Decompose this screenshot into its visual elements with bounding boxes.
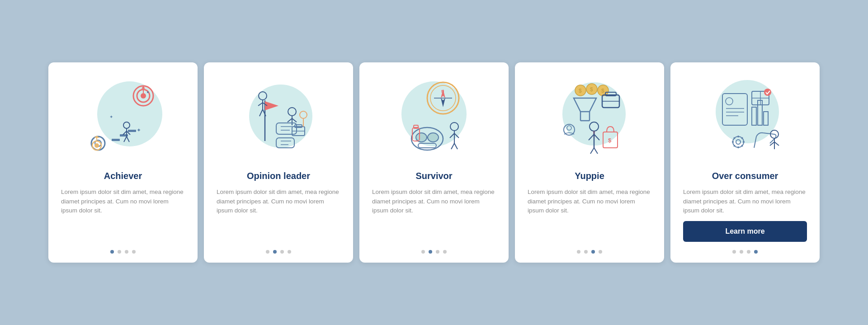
opinion-leader-text: Lorem ipsum dolor sit dim amet, mea regi… <box>217 188 340 242</box>
survivor-text: Lorem ipsum dolor sit dim amet, mea regi… <box>372 188 496 242</box>
dot-4 <box>132 250 136 254</box>
card-yuppie: $ $ $ <box>515 62 664 263</box>
cards-container: ✦ ✦ Achiever Lorem ipsum dolor sit dim a… <box>48 62 820 263</box>
survivor-illustration: N <box>389 73 479 164</box>
achiever-dots <box>110 250 136 254</box>
card-achiever: ✦ ✦ Achiever Lorem ipsum dolor sit dim a… <box>48 62 198 263</box>
dot-4 <box>288 250 291 254</box>
over-consumer-illustration <box>700 73 790 164</box>
svg-rect-13 <box>112 139 120 141</box>
card-opinion-leader: Opinion leader Lorem ipsum dolor sit dim… <box>204 62 353 263</box>
svg-point-105 <box>764 89 771 96</box>
dot-3 <box>591 250 595 254</box>
dot-3 <box>436 250 439 254</box>
svg-text:✦: ✦ <box>109 114 113 119</box>
svg-line-66 <box>451 143 454 149</box>
survivor-dots <box>421 250 447 254</box>
opinion-leader-title: Opinion leader <box>247 171 310 181</box>
dot-3 <box>747 250 750 254</box>
svg-text:$: $ <box>590 86 593 93</box>
dot-1 <box>732 250 736 254</box>
card-over-consumer: Over consumer Lorem ipsum dolor sit dim … <box>670 62 820 263</box>
dot-3 <box>125 250 128 254</box>
over-consumer-title: Over consumer <box>712 171 778 181</box>
svg-text:N: N <box>441 89 444 94</box>
dot-2 <box>584 250 588 254</box>
dot-3 <box>280 250 284 254</box>
yuppie-title: Yuppie <box>575 171 604 181</box>
dot-2 <box>273 250 277 254</box>
svg-line-90 <box>594 148 598 154</box>
dot-2 <box>429 250 432 254</box>
svg-rect-15 <box>128 130 136 132</box>
yuppie-illustration: $ $ $ <box>544 73 635 164</box>
opinion-leader-illustration <box>233 73 324 164</box>
svg-point-3 <box>141 93 146 99</box>
svg-line-67 <box>454 143 458 149</box>
over-consumer-text: Lorem ipsum dolor sit dim amet, mea regi… <box>683 188 807 216</box>
dot-2 <box>118 250 121 254</box>
svg-point-10 <box>94 143 99 148</box>
dot-1 <box>266 250 269 254</box>
dot-1 <box>110 250 114 254</box>
over-consumer-dots <box>732 250 758 254</box>
yuppie-text: Lorem ipsum dolor sit dim amet, mea regi… <box>528 188 651 242</box>
svg-text:$: $ <box>579 88 582 94</box>
achiever-text: Lorem ipsum dolor sit dim amet, mea regi… <box>61 188 185 242</box>
dot-4 <box>754 250 758 254</box>
card-survivor: N Survivor Lorem ipsum dolor sit dim <box>359 62 509 263</box>
dot-1 <box>577 250 580 254</box>
achiever-illustration: ✦ ✦ <box>78 73 168 164</box>
svg-text:$: $ <box>608 137 612 144</box>
svg-line-89 <box>590 148 594 154</box>
dot-4 <box>443 250 447 254</box>
dot-2 <box>740 250 743 254</box>
yuppie-dots <box>577 250 602 254</box>
svg-line-109 <box>774 142 779 146</box>
opinion-leader-dots <box>266 250 291 254</box>
survivor-title: Survivor <box>415 171 452 181</box>
learn-more-button[interactable]: Learn more <box>683 221 807 242</box>
dot-4 <box>599 250 602 254</box>
dot-1 <box>421 250 425 254</box>
svg-point-57 <box>428 133 439 142</box>
svg-text:$: $ <box>601 88 604 94</box>
svg-text:✦: ✦ <box>137 127 141 133</box>
achiever-title: Achiever <box>104 171 142 181</box>
svg-point-6 <box>147 91 149 93</box>
